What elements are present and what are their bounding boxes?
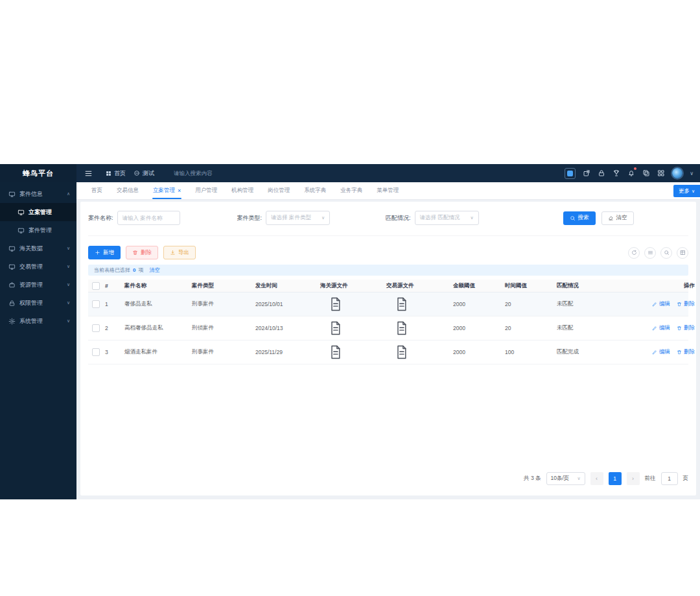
next-page-button[interactable]: › [627, 472, 640, 485]
pencil-icon [652, 302, 657, 307]
more-tabs-button[interactable]: 更多 ∨ [673, 185, 700, 197]
case-name-input[interactable] [122, 215, 175, 221]
case-name: 高档奢侈品走私 [124, 324, 192, 332]
delete-link[interactable]: 删除 [677, 348, 695, 356]
selection-bar: 当前表格已选择 0 项 清空 [88, 265, 688, 276]
sidebar-item-transaction-management[interactable]: 交易管理 ∨ [0, 257, 76, 276]
trash-icon [677, 326, 682, 331]
goto-label: 前往 [645, 475, 656, 483]
edit-link[interactable]: 编辑 [652, 300, 670, 308]
search-button[interactable]: 搜索 [563, 211, 596, 225]
match-status-select[interactable]: 请选择 匹配情况 ∨ [415, 211, 479, 225]
sidebar-item-customs-data[interactable]: 海关数据 ∨ [0, 239, 76, 257]
tab-transaction-info[interactable]: 交易信息 [110, 182, 146, 199]
chevron-down-icon: ∨ [692, 189, 695, 194]
edit-link[interactable]: 编辑 [652, 348, 670, 356]
row-checkbox[interactable] [92, 324, 100, 332]
chevron-down-icon: ∨ [67, 264, 70, 269]
delete-button[interactable]: 删除 [126, 246, 158, 259]
trade-file-icon[interactable] [395, 321, 453, 335]
hamburger-menu-icon[interactable] [84, 169, 93, 178]
copy-icon[interactable] [642, 169, 650, 177]
notifications-bell-icon[interactable] [627, 169, 635, 177]
gear-icon [8, 318, 16, 325]
sidebar-item-system-management[interactable]: 系统管理 ∨ [0, 312, 76, 330]
search-toggle-icon[interactable] [660, 247, 672, 259]
sidebar-item-resource-management[interactable]: 资源管理 ∨ [0, 276, 76, 294]
case-date: 2025/10/01 [255, 301, 320, 307]
pencil-icon [652, 326, 657, 331]
table-row: 3 烟酒走私案件 刑事案件 2025/11/29 2000 100 匹配完成 编… [88, 340, 688, 364]
case-name-field[interactable] [117, 211, 180, 225]
tab-home[interactable]: 首页 [84, 182, 110, 199]
column-settings-icon[interactable] [677, 247, 688, 259]
table-settings-icons [628, 247, 688, 259]
tab-system-dict[interactable]: 系统字典 [297, 182, 333, 199]
chevron-down-icon: ∨ [67, 300, 70, 305]
table-row: 2 高档奢侈品走私 刑侦案件 2024/10/13 2000 20 未匹配 编辑 [88, 316, 688, 340]
monitor-icon [18, 227, 25, 234]
apps-grid-icon[interactable] [657, 169, 665, 177]
topbar-test[interactable]: 测试 [134, 169, 154, 178]
row-actions: 编辑 删除 [638, 348, 695, 356]
trophy-icon[interactable] [612, 169, 620, 177]
select-all-checkbox[interactable] [92, 282, 100, 290]
case-type: 刑侦案件 [192, 324, 255, 332]
row-checkbox[interactable] [92, 348, 100, 356]
clear-button[interactable]: 清空 [601, 211, 634, 225]
export-button[interactable]: 导出 [163, 246, 196, 259]
time-threshold: 100 [505, 349, 557, 355]
tab-business-dict[interactable]: 业务字典 [333, 182, 369, 199]
filter-section: 案件名称: 案件类型: 请选择 案件类型 ∨ 匹配情况: 请选择 匹配情况 ∨ [88, 211, 688, 236]
external-link-icon[interactable] [583, 169, 590, 177]
sidebar-item-case-management[interactable]: 案件管理 [0, 221, 76, 239]
delete-link[interactable]: 删除 [677, 324, 695, 332]
clear-selection-link[interactable]: 清空 [149, 267, 159, 274]
tab-user-management[interactable]: 用户管理 [188, 182, 224, 199]
user-menu-chevron-icon[interactable]: ∨ [690, 171, 694, 176]
tab-menu-management[interactable]: 菜单管理 [369, 182, 406, 199]
prev-page-button[interactable]: ‹ [590, 472, 603, 485]
add-button[interactable]: 新增 [88, 246, 121, 259]
topbar-search-input[interactable] [174, 170, 245, 176]
tab-case-filing[interactable]: 立案管理 × [146, 182, 188, 199]
tab-post-management[interactable]: 岗位管理 [261, 182, 297, 199]
page-size-select[interactable]: 10条/页 ∨ [546, 472, 585, 485]
app-window: 蜂鸟平台 首页 测试 [0, 164, 700, 499]
row-checkbox[interactable] [92, 300, 100, 308]
content-card: 案件名称: 案件类型: 请选择 案件类型 ∨ 匹配情况: 请选择 匹配情况 ∨ [80, 202, 696, 495]
sidebar-item-permission-management[interactable]: 权限管理 ∨ [0, 294, 76, 312]
tab-org-management[interactable]: 机构管理 [224, 182, 261, 199]
customs-file-icon[interactable] [329, 297, 386, 311]
trade-file-icon[interactable] [395, 345, 453, 359]
amount-threshold: 2000 [453, 301, 505, 307]
topbar-search[interactable] [174, 170, 245, 176]
user-avatar[interactable] [672, 168, 682, 178]
density-icon[interactable] [644, 247, 656, 259]
match-status-label: 匹配情况: [386, 214, 411, 222]
match-status: 匹配完成 [557, 348, 638, 356]
notification-dot [634, 167, 636, 170]
customs-file-icon[interactable] [329, 321, 386, 335]
screen-panel-icon[interactable] [565, 168, 576, 179]
table-toolbar: 新增 删除 导出 [88, 246, 688, 259]
topbar-home[interactable]: 首页 [106, 169, 126, 178]
lock-icon[interactable] [598, 169, 605, 177]
trade-file-icon[interactable] [395, 297, 453, 311]
sidebar-item-case-filing[interactable]: 立案管理 [0, 203, 76, 221]
table-row: 1 奢侈品走私 刑事案件 2025/10/01 2000 20 未匹配 编辑 [88, 292, 688, 316]
case-name: 奢侈品走私 [124, 300, 192, 308]
monitor-icon [8, 191, 16, 198]
filter-actions: 搜索 清空 [563, 211, 634, 225]
refresh-icon[interactable] [628, 247, 640, 259]
edit-link[interactable]: 编辑 [652, 324, 670, 332]
delete-link[interactable]: 删除 [677, 300, 695, 308]
row-actions: 编辑 删除 [638, 324, 695, 332]
page-1-button[interactable]: 1 [609, 472, 622, 485]
sidebar-item-case-info[interactable]: 案件信息 ∧ [0, 185, 76, 203]
page: 蜂鸟平台 首页 测试 [0, 0, 700, 596]
goto-page-input[interactable] [661, 472, 678, 485]
customs-file-icon[interactable] [329, 345, 386, 359]
case-type-select[interactable]: 请选择 案件类型 ∨ [266, 211, 330, 225]
close-tab-icon[interactable]: × [178, 187, 181, 194]
